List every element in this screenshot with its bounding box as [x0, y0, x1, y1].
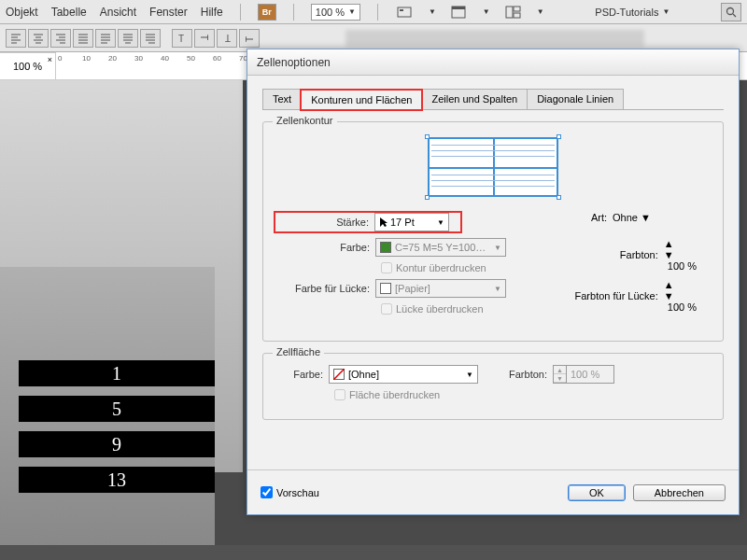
- checkbox-input[interactable]: [261, 486, 273, 498]
- preview-checkbox[interactable]: Vorschau: [261, 486, 319, 498]
- stroke-type-combo[interactable]: Ohne ▼: [613, 212, 697, 223]
- view-options-icon[interactable]: [395, 4, 416, 21]
- stroke-type-row: Art: Ohne ▼: [575, 212, 697, 223]
- svg-line-41: [333, 369, 345, 380]
- fill-tint-label: Farbton:: [497, 369, 553, 380]
- cell-border-proxy[interactable]: [428, 137, 558, 197]
- spin-down-icon[interactable]: ▼: [664, 249, 697, 260]
- search-icon[interactable]: [721, 3, 741, 21]
- chevron-down-icon: ▼: [494, 244, 501, 252]
- align-left-icon[interactable]: [6, 29, 26, 48]
- svg-text:T: T: [245, 35, 255, 41]
- cell-stroke-group: Zellenkontur: [262, 121, 724, 342]
- main-menubar: Objekt Tabelle Ansicht Fenster Hilfe Br …: [0, 0, 747, 24]
- align-center-icon[interactable]: [28, 29, 49, 48]
- table-row[interactable]: 5: [19, 396, 215, 422]
- menu-objekt[interactable]: Objekt: [6, 6, 38, 19]
- rotate-90-icon[interactable]: T: [194, 29, 215, 48]
- overprint-fill-label: Fläche überdrucken: [349, 389, 440, 400]
- checkbox-input[interactable]: [381, 262, 392, 273]
- fill-color-row: Farbe: [Ohne] ▼ Farbton: ▲▼ 100 %: [276, 365, 710, 384]
- spin-down-icon[interactable]: ▼: [664, 290, 697, 301]
- spin-up-icon[interactable]: ▲: [664, 238, 697, 249]
- svg-text:T: T: [225, 33, 231, 43]
- spin-down-icon[interactable]: ▼: [554, 374, 566, 383]
- stroke-tint-value: 100 %: [664, 260, 697, 272]
- gap-tint-value: 100 %: [664, 301, 697, 313]
- justify-icon[interactable]: [73, 29, 93, 48]
- gap-tint-row: Farbton für Lücke: ▲▼ 100 %: [561, 279, 697, 313]
- menu-tabelle[interactable]: Tabelle: [51, 6, 87, 19]
- svg-rect-0: [398, 7, 411, 17]
- spin-up-icon[interactable]: ▲: [554, 366, 566, 374]
- chevron-down-icon[interactable]: ▼: [483, 7, 490, 16]
- close-icon[interactable]: ×: [48, 55, 52, 64]
- spin-up-icon[interactable]: ▲: [664, 279, 697, 290]
- ruler-tick: 0: [58, 54, 62, 63]
- gap-color-label: Farbe für Lücke:: [276, 283, 375, 294]
- chevron-down-icon[interactable]: ▼: [429, 7, 436, 16]
- justify-center-icon[interactable]: [118, 29, 138, 48]
- zoom-tab-label: 100 %: [13, 61, 42, 72]
- bridge-icon[interactable]: Br: [258, 4, 276, 21]
- zoom-dropdown[interactable]: 100 % ▼: [311, 4, 360, 21]
- ruler-tick: 20: [108, 54, 117, 63]
- align-right-icon[interactable]: [50, 29, 71, 48]
- cancel-button[interactable]: Abbrechen: [633, 484, 726, 501]
- gap-tint-spin[interactable]: ▲▼ 100 %: [664, 279, 697, 313]
- document-tab[interactable]: 100 % ×: [0, 52, 56, 79]
- menu-fenster[interactable]: Fenster: [149, 6, 188, 19]
- tutorials-dropdown[interactable]: PSD-Tutorials ▼: [595, 7, 669, 18]
- stroke-weight-combo[interactable]: 17 Pt ▼: [374, 213, 449, 231]
- rotate-180-icon[interactable]: T: [217, 29, 237, 48]
- checkbox-input[interactable]: [334, 389, 345, 400]
- gap-color-combo[interactable]: [Papier] ▼: [375, 279, 506, 298]
- fill-color-value: [Ohne]: [348, 369, 379, 380]
- zoom-value: 100 %: [316, 7, 345, 18]
- overprint-stroke-checkbox[interactable]: Kontur überdrucken: [381, 262, 486, 273]
- ok-button[interactable]: OK: [568, 484, 626, 501]
- fill-color-combo[interactable]: [Ohne] ▼: [329, 365, 478, 384]
- overprint-fill-checkbox[interactable]: Fläche überdrucken: [334, 389, 440, 400]
- svg-rect-4: [506, 7, 513, 18]
- stroke-color-value: C=75 M=5 Y=100…: [395, 242, 486, 253]
- rotate-0-icon[interactable]: T: [172, 29, 192, 48]
- bottom-scrollbar[interactable]: [0, 545, 747, 560]
- svg-rect-1: [400, 9, 403, 11]
- tab-rows-columns[interactable]: Zeilen und Spalten: [421, 89, 528, 109]
- ruler-tick: 60: [213, 54, 221, 63]
- rotate-270-icon[interactable]: T: [239, 29, 260, 48]
- stroke-type-value: Ohne: [613, 212, 638, 223]
- chevron-down-icon[interactable]: ▼: [537, 7, 544, 16]
- stroke-color-combo[interactable]: C=75 M=5 Y=100… ▼: [375, 238, 506, 257]
- cell-fill-group: Zellfläche Farbe: [Ohne] ▼ Farbton: ▲▼ 1…: [262, 353, 724, 420]
- document-canvas[interactable]: 1 5 9 13: [0, 80, 243, 472]
- checkbox-input[interactable]: [381, 303, 392, 315]
- svg-rect-6: [514, 13, 520, 18]
- swatch-icon: [380, 242, 391, 253]
- table-row[interactable]: 13: [19, 467, 215, 493]
- blurred-controls: [345, 30, 644, 47]
- tab-diagonal[interactable]: Diagonale Linien: [527, 89, 624, 109]
- table-row[interactable]: 1: [19, 360, 215, 386]
- justify-all-icon[interactable]: [95, 29, 116, 48]
- justify-right-icon[interactable]: [140, 29, 161, 48]
- stroke-tint-spin[interactable]: ▲▼ 100 %: [664, 238, 697, 272]
- chevron-down-icon: ▼: [494, 285, 501, 293]
- stroke-tint-row: Farbton: ▲▼ 100 %: [608, 238, 697, 272]
- ruler-tick: 50: [187, 54, 195, 63]
- menu-ansicht[interactable]: Ansicht: [100, 6, 136, 19]
- overprint-stroke-label: Kontur überdrucken: [396, 262, 486, 273]
- table-row[interactable]: 9: [19, 431, 215, 457]
- tab-strokes-fills[interactable]: Konturen und Flächen: [301, 90, 422, 110]
- fill-tint-spin[interactable]: ▲▼ 100 %: [553, 365, 614, 384]
- menu-hilfe[interactable]: Hilfe: [201, 6, 223, 19]
- arrange-icon[interactable]: [503, 4, 524, 21]
- preview-label: Vorschau: [276, 487, 319, 498]
- tab-text[interactable]: Text: [262, 89, 302, 109]
- screen-mode-icon[interactable]: [449, 4, 470, 21]
- ruler-tick: 30: [134, 54, 143, 63]
- overprint-gap-checkbox[interactable]: Lücke überdrucken: [381, 303, 484, 315]
- none-swatch-icon: [333, 369, 345, 380]
- divider: [293, 4, 294, 21]
